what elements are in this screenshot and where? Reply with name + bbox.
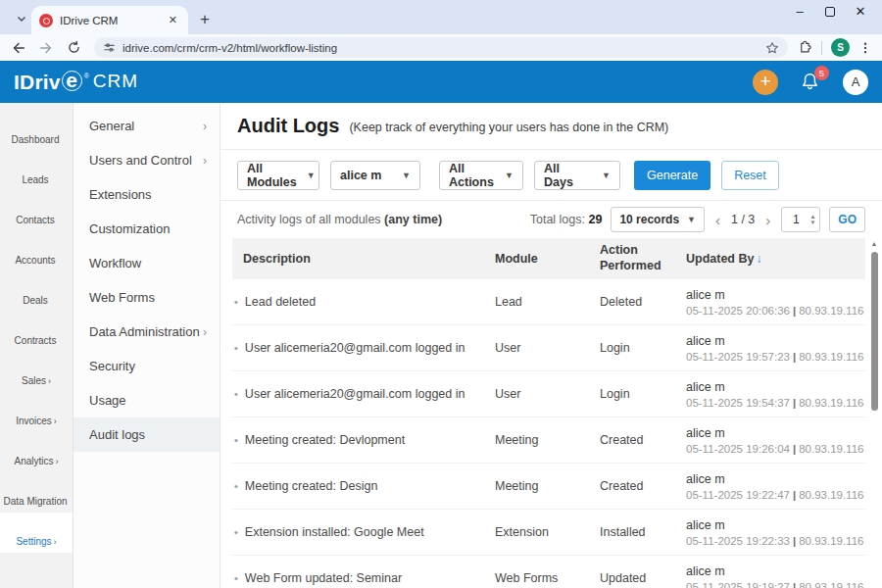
maximize-button[interactable] [825, 7, 835, 17]
content-area: Dashboard Leads Contacts Accounts Deals [0, 103, 882, 588]
tab-search-button[interactable] [10, 9, 33, 28]
browser-menu-icon[interactable] [858, 41, 872, 55]
days-select[interactable]: All Days ▼ [534, 161, 620, 190]
menu-item-label: Customization [89, 221, 170, 236]
next-page-button[interactable]: › [763, 212, 772, 228]
caret-down-icon: ▼ [402, 171, 411, 180]
browser-tab[interactable]: IDrive CRM ✕ [31, 6, 188, 34]
log-action: Login [600, 341, 686, 355]
site-info-icon[interactable] [103, 41, 116, 54]
menu-item[interactable]: Web Forms [74, 280, 220, 315]
log-module: Lead [495, 295, 600, 309]
log-description: Extension installed: Google Meet [245, 525, 424, 539]
bullet-icon: • [234, 434, 238, 446]
menu-item[interactable]: Audit logs [74, 417, 220, 452]
menu-item[interactable]: Data Administration › [74, 315, 220, 349]
log-datetime: 05-11-2025 20:06:36 [686, 305, 790, 317]
menu-item-label: Users and Control [89, 153, 192, 168]
sidebar-item-label: Settings [16, 536, 51, 547]
extensions-puzzle-icon[interactable] [798, 40, 812, 55]
log-action: Installed [600, 525, 686, 539]
modules-select[interactable]: All Modules ▼ [237, 161, 319, 190]
reload-button[interactable] [63, 37, 84, 59]
settings-menu: General › Users and Control › Extensions… [74, 103, 220, 588]
menu-item[interactable]: Customization [74, 212, 220, 246]
minimize-button[interactable]: – [792, 4, 808, 19]
user-select-value: alice m [340, 169, 381, 182]
menu-item[interactable]: Usage [74, 383, 220, 417]
url-bar[interactable]: idrive.com/crm/crm-v2/html/workflow-list… [94, 37, 788, 58]
browser-profile-avatar[interactable]: S [831, 38, 850, 57]
close-button[interactable]: ✕ [853, 4, 868, 19]
log-datetime: 05-11-2025 19:26:04 [686, 443, 790, 455]
reload-icon [67, 40, 81, 55]
sidebar-item[interactable]: Dashboard [0, 111, 73, 151]
sidebar-item-label: Dashboard [12, 134, 60, 145]
main-panel: Audit Logs (Keep track of everything you… [220, 103, 882, 588]
logo-product-text: CRM [93, 71, 138, 92]
scrollbar-thumb[interactable] [871, 252, 878, 411]
go-button[interactable]: GO [829, 207, 865, 232]
new-tab-button[interactable]: + [194, 9, 216, 30]
menu-item-label: Extensions [89, 187, 152, 202]
user-avatar[interactable]: A [843, 70, 868, 95]
scroll-up-icon[interactable]: ▲ [870, 240, 878, 247]
forward-button[interactable] [35, 37, 57, 59]
log-ip: 80.93.19.116 [799, 443, 863, 455]
submenu-arrow: › [48, 376, 51, 386]
back-button[interactable] [8, 37, 29, 59]
window-controls: – ✕ [792, 4, 876, 19]
records-per-page-value: 10 records [619, 213, 679, 226]
sidebar-item-label: Sales [22, 375, 46, 386]
actions-select[interactable]: All Actions ▼ [439, 161, 523, 190]
forward-arrow-icon [38, 40, 54, 56]
menu-item[interactable]: Extensions [74, 177, 220, 212]
menu-item[interactable]: General › [74, 109, 220, 143]
log-description: Meeting created: Design [245, 479, 378, 493]
page-subtitle: (Keep track of everything your users has… [349, 118, 668, 134]
menu-item[interactable]: Users and Control › [74, 143, 220, 177]
log-ip: 80.93.19.116 [799, 581, 863, 588]
bullet-icon: • [234, 296, 238, 308]
meta-separator: | [793, 443, 796, 455]
menu-item[interactable]: Security [74, 349, 220, 383]
notifications-button[interactable]: 5 [800, 72, 821, 93]
invoices-icon [28, 397, 45, 414]
log-action: Created [600, 479, 686, 493]
generate-button[interactable]: Generate [634, 161, 710, 190]
user-select[interactable]: alice m ▼ [330, 161, 420, 190]
sidebar-item[interactable]: Contracts [0, 312, 73, 352]
reset-button[interactable]: Reset [721, 161, 779, 190]
records-per-page-select[interactable]: 10 records ▼ [611, 207, 705, 232]
actions-select-value: All Actions [449, 162, 495, 189]
menu-item[interactable]: Workflow [74, 246, 220, 280]
quick-add-button[interactable]: + [753, 70, 778, 95]
page-number-input[interactable]: 1 ▲▼ [781, 207, 820, 232]
prev-page-button[interactable]: ‹ [713, 212, 722, 228]
log-description: Web Form updated: Seminar [245, 571, 402, 585]
sidebar-item[interactable]: Deals [0, 271, 73, 312]
sidebar-item[interactable]: Settings› [0, 513, 73, 553]
bookmark-star-icon[interactable] [765, 41, 779, 55]
table-scrollbar[interactable]: ▲ [870, 240, 878, 588]
bullet-icon: • [234, 388, 238, 400]
col-header-module: Module [495, 252, 600, 266]
menu-item-label: Usage [89, 393, 126, 408]
chevron-right-icon: › [203, 325, 207, 339]
log-module: User [495, 387, 600, 401]
data-migration-icon [28, 477, 45, 494]
sidebar-item[interactable]: Accounts [0, 231, 73, 271]
sidebar-item[interactable]: Invoices› [0, 392, 73, 432]
sidebar-item[interactable]: Contacts [0, 191, 73, 231]
col-header-updated-by[interactable]: Updated By↓ [686, 252, 865, 266]
sidebar-item[interactable]: Analytics› [0, 432, 73, 472]
sidebar-item[interactable]: Data Migration [0, 472, 73, 513]
caret-down-icon: ▼ [307, 171, 316, 180]
tab-close-icon[interactable]: ✕ [166, 14, 180, 26]
spinner-down-icon[interactable]: ▼ [809, 220, 815, 225]
table-row: • User alicemeria20@gmail.com logged in … [232, 325, 865, 371]
log-updated-by: alice m [686, 380, 865, 394]
sidebar-item[interactable]: Sales› [0, 352, 73, 392]
sidebar-item[interactable]: Leads [0, 151, 73, 191]
sort-desc-icon: ↓ [756, 252, 761, 266]
